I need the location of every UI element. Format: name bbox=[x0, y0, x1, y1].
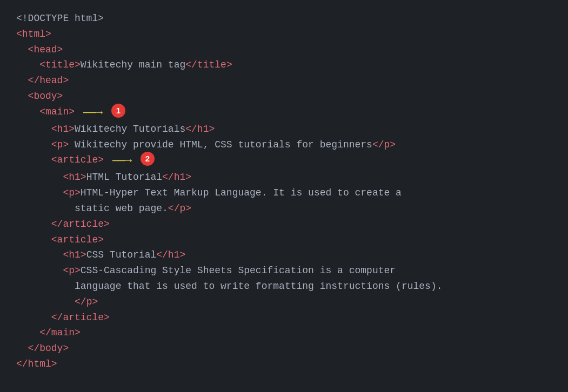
p-close-1: </p> bbox=[372, 137, 396, 153]
line-22: </body> bbox=[16, 341, 552, 356]
line-7: <main> ——→ 1 bbox=[16, 104, 552, 121]
h1-text-2: HTML Tutorial bbox=[86, 170, 162, 185]
line-2: <html> bbox=[16, 26, 552, 42]
title-text: Wikitechy main tag bbox=[81, 57, 185, 73]
h1-open-2: <h1> bbox=[63, 170, 86, 185]
doctype: <!DOCTYPE html> bbox=[16, 11, 104, 26]
p-text-3a: CSS-Cascading Style Sheets Specification… bbox=[81, 263, 396, 279]
line-19: </p> bbox=[16, 294, 552, 310]
head-close: </head> bbox=[28, 73, 69, 89]
p-open-2: <p> bbox=[63, 185, 80, 201]
main-close: </main> bbox=[39, 325, 81, 341]
h1-open-1: <h1> bbox=[51, 121, 75, 137]
line-8: <h1>Wikitechy Tutorials</h1> bbox=[16, 121, 552, 137]
p-text-2b: static web page. bbox=[16, 201, 168, 217]
line-23: </html> bbox=[16, 356, 552, 372]
h1-close-3: </h1> bbox=[156, 247, 185, 263]
main-open: <main> bbox=[39, 104, 75, 120]
arrow-1: ——→ bbox=[77, 104, 109, 121]
line-11: <h1>HTML Tutorial</h1> bbox=[16, 170, 552, 185]
h1-text-1: Wikitechy Tutorials bbox=[75, 121, 185, 137]
head-open: <head> bbox=[28, 42, 63, 58]
p-close-3: </p> bbox=[75, 294, 98, 310]
line-18: language that is used to write formattin… bbox=[16, 279, 552, 294]
line-10: <article> ——→ 2 bbox=[16, 152, 552, 170]
line-9: <p> Wikitechy provide HTML, CSS tutorial… bbox=[16, 137, 552, 153]
line-12: <p>HTML-Hyper Text Markup Language. It i… bbox=[16, 185, 552, 201]
article-close-1: </article> bbox=[51, 217, 110, 232]
line-5: </head> bbox=[16, 73, 552, 89]
line-20: </article> bbox=[16, 310, 552, 326]
badge-1: 1 bbox=[111, 104, 125, 118]
line-16: <h1>CSS Tutorial</h1> bbox=[16, 247, 552, 263]
line-21: </main> bbox=[16, 325, 552, 341]
p-text-3b: language that is used to write formattin… bbox=[16, 279, 443, 294]
p-open-1: <p> bbox=[51, 137, 69, 153]
line-13: static web page.</p> bbox=[16, 201, 552, 217]
p-open-3: <p> bbox=[63, 263, 80, 279]
body-open: <body> bbox=[28, 89, 63, 104]
line-15: <article> bbox=[16, 232, 552, 248]
article-open-1: <article> bbox=[51, 152, 104, 168]
line-3: <head> bbox=[16, 42, 552, 58]
line-17: <p>CSS-Cascading Style Sheets Specificat… bbox=[16, 263, 552, 279]
arrow-2: ——→ bbox=[106, 152, 138, 170]
line-1: <!DOCTYPE html> bbox=[16, 11, 552, 26]
h1-open-3: <h1> bbox=[63, 247, 86, 263]
html-close: </html> bbox=[16, 356, 57, 372]
html-open: <html> bbox=[16, 26, 51, 42]
p-close-2: </p> bbox=[168, 201, 191, 217]
h1-text-3: CSS Tutorial bbox=[86, 247, 157, 263]
badge-2: 2 bbox=[141, 152, 155, 166]
title-open: <title> bbox=[39, 57, 81, 73]
article-close-2: </article> bbox=[51, 310, 110, 326]
p-text-1: Wikitechy provide HTML, CSS tutorials fo… bbox=[69, 137, 372, 153]
p-text-3c bbox=[16, 294, 75, 310]
body-close: </body> bbox=[28, 341, 69, 356]
line-4: <title>Wikitechy main tag</title> bbox=[16, 57, 552, 73]
h1-close-1: </h1> bbox=[185, 121, 215, 137]
h1-close-2: </h1> bbox=[162, 170, 191, 185]
title-close: </title> bbox=[185, 57, 232, 73]
p-text-2a: HTML-Hyper Text Markup Language. It is u… bbox=[81, 185, 402, 201]
code-editor: <!DOCTYPE html> <html> <head> <title>Wik… bbox=[16, 11, 552, 372]
article-open-2: <article> bbox=[51, 232, 104, 248]
line-14: </article> bbox=[16, 217, 552, 232]
line-6: <body> bbox=[16, 89, 552, 104]
